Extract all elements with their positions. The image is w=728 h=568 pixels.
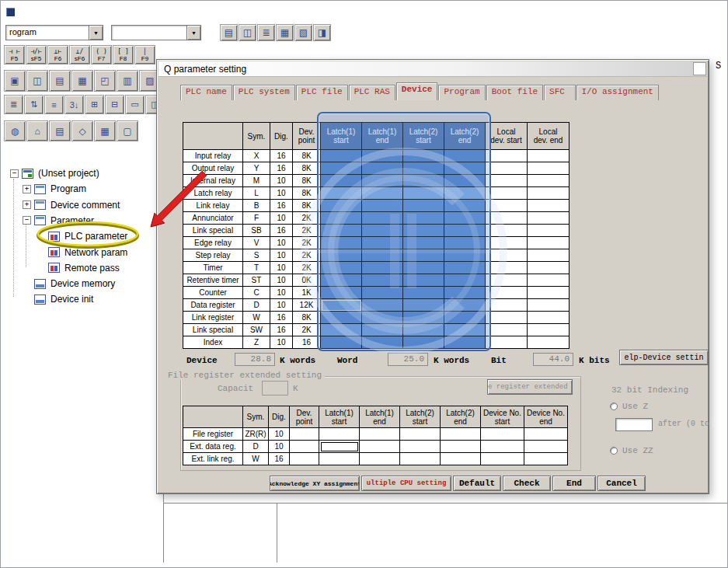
button-acknowledge-xy-assignment[interactable]: Acknowledge XY assignment: [270, 476, 360, 491]
latch-cell[interactable]: [444, 212, 486, 225]
titlebar-button[interactable]: [693, 62, 706, 75]
device-no-cell[interactable]: [524, 428, 568, 441]
latch-cell[interactable]: [444, 187, 486, 200]
latch-cell[interactable]: [403, 175, 444, 187]
tree-item-device-memory[interactable]: Device memory: [23, 277, 117, 291]
toolbar-button[interactable]: ▦: [276, 24, 294, 41]
latch-cell[interactable]: [360, 453, 400, 465]
toolbar-button[interactable]: ▦: [94, 120, 116, 141]
button-cancel[interactable]: Cancel: [597, 476, 646, 491]
local-dev-cell[interactable]: [486, 200, 528, 212]
dev-point-cell[interactable]: 2K: [293, 262, 321, 274]
latch-cell[interactable]: [362, 212, 403, 225]
toolbar-button[interactable]: ⊟: [105, 95, 124, 114]
latch-cell[interactable]: [403, 324, 444, 336]
sym-cell[interactable]: W: [243, 312, 270, 324]
latch-cell[interactable]: [444, 324, 486, 336]
tab-plc-system[interactable]: PLC system: [233, 85, 295, 100]
tree-item-plc-parameter[interactable]: PLC parameter: [37, 229, 129, 243]
use-zz-radio[interactable]: [610, 447, 618, 455]
latch-cell[interactable]: [444, 237, 486, 249]
local-dev-cell[interactable]: [528, 212, 570, 225]
expand-toggle[interactable]: +: [23, 200, 31, 209]
sym-cell[interactable]: X: [243, 150, 270, 162]
latch-cell[interactable]: [319, 441, 360, 453]
button-ultiple-cpu-setting[interactable]: ultiple CPU setting: [361, 476, 451, 491]
local-dev-cell[interactable]: [486, 324, 528, 336]
local-dev-cell[interactable]: [486, 336, 528, 349]
latch-cell[interactable]: [444, 162, 486, 175]
local-dev-cell[interactable]: [486, 175, 528, 187]
latch-cell[interactable]: [362, 324, 403, 336]
sym-cell[interactable]: ZR(R): [243, 428, 269, 441]
expand-toggle[interactable]: +: [23, 185, 31, 193]
ladder-tool-button-sf6[interactable]: ⊥/sF6: [69, 45, 90, 64]
local-dev-cell[interactable]: [528, 324, 570, 336]
local-dev-cell[interactable]: [528, 249, 570, 262]
latch-cell[interactable]: [403, 299, 444, 312]
use-z-radio[interactable]: [610, 402, 618, 410]
toolbar-button[interactable]: ▥: [117, 70, 138, 92]
dev-point-cell[interactable]: 8K: [293, 200, 321, 212]
dig-cell[interactable]: 10: [270, 187, 293, 200]
sym-cell[interactable]: SW: [243, 324, 270, 336]
latch-cell[interactable]: [403, 200, 444, 212]
latch-cell[interactable]: [403, 150, 444, 162]
tab-plc-file[interactable]: PLC file: [296, 85, 348, 100]
dig-cell[interactable]: 16: [269, 453, 290, 465]
chevron-down-icon[interactable]: ▼: [89, 25, 103, 40]
sym-cell[interactable]: Y: [243, 162, 270, 175]
expand-toggle[interactable]: −: [10, 169, 19, 178]
dig-cell[interactable]: 16: [270, 324, 293, 336]
tab-boot-file[interactable]: Boot file: [486, 85, 543, 100]
device-no-cell[interactable]: [524, 453, 568, 465]
dev-point-cell[interactable]: 2K: [293, 249, 321, 262]
sym-cell[interactable]: M: [243, 175, 270, 187]
latch-cell[interactable]: [362, 312, 403, 324]
tab-sfc[interactable]: SFC: [544, 85, 575, 100]
latch-cell[interactable]: [444, 150, 486, 162]
dev-point-cell[interactable]: 2K: [293, 212, 321, 225]
dev-point-cell[interactable]: 8K: [293, 150, 321, 162]
sym-cell[interactable]: SB: [243, 225, 270, 237]
latch-cell[interactable]: [444, 274, 486, 287]
latch-cell[interactable]: [444, 299, 486, 312]
local-dev-cell[interactable]: [528, 162, 570, 175]
tab-plc-name[interactable]: PLC name: [180, 85, 232, 100]
latch-cell[interactable]: [321, 287, 362, 299]
latch-cell[interactable]: [321, 225, 362, 237]
dig-cell[interactable]: 10: [269, 428, 290, 441]
latch-cell[interactable]: [403, 336, 444, 349]
ladder-tool-button-f7[interactable]: ( )F7: [91, 45, 112, 64]
latch-cell[interactable]: [362, 175, 403, 187]
local-dev-cell[interactable]: [486, 187, 528, 200]
toolbar-button[interactable]: ▤: [49, 70, 71, 92]
device-no-cell[interactable]: [481, 441, 524, 453]
latch-cell[interactable]: [321, 150, 362, 162]
local-dev-cell[interactable]: [528, 312, 570, 324]
toolbar-button[interactable]: ◨: [313, 24, 331, 41]
latch-cell[interactable]: [321, 299, 362, 312]
latch-cell[interactable]: [321, 212, 362, 225]
chevron-down-icon[interactable]: ▼: [186, 25, 201, 40]
dev-point-cell[interactable]: 1K: [293, 287, 321, 299]
tree-item-unset-project[interactable]: −(Unset project): [10, 166, 101, 180]
local-dev-cell[interactable]: [486, 299, 528, 312]
dev-point-cell[interactable]: 8K: [293, 312, 321, 324]
latch-cell[interactable]: [444, 249, 486, 262]
latch-cell[interactable]: [360, 441, 400, 453]
ladder-tool-button-sf5[interactable]: ⊣/⊢sF5: [26, 45, 47, 64]
dev-point-cell[interactable]: 8K: [293, 175, 321, 187]
latch-cell[interactable]: [362, 237, 403, 249]
toolbar-button[interactable]: ⊞: [85, 95, 104, 114]
dev-point-cell[interactable]: 16: [293, 336, 321, 349]
tree-item-network-param[interactable]: Network param: [37, 246, 129, 260]
toolbar-button[interactable]: ▦: [71, 70, 93, 92]
dev-point-cell[interactable]: 2K: [293, 225, 321, 237]
dig-cell[interactable]: 10: [269, 441, 290, 453]
dev-point-cell[interactable]: [290, 441, 319, 453]
dev-point-cell[interactable]: 2K: [293, 237, 321, 249]
help-device-setting-button[interactable]: elp-Device settin: [619, 350, 709, 365]
latch-cell[interactable]: [403, 262, 444, 274]
dig-cell[interactable]: 10: [270, 249, 293, 262]
